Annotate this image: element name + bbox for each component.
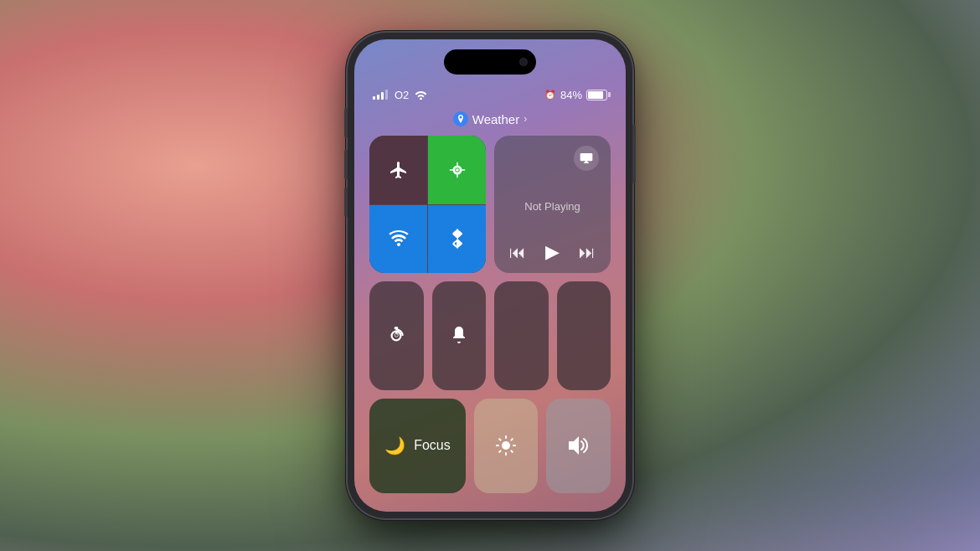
moon-icon: 🌙 (384, 435, 405, 456)
battery-fill (588, 91, 603, 99)
phone-outer: O2 ⏰ 84% (348, 33, 632, 518)
svg-line-24 (512, 440, 513, 440)
control-button-4[interactable] (557, 281, 611, 389)
rewind-button[interactable]: ⏮ (509, 243, 526, 262)
now-playing-label: Not Playing (506, 200, 599, 213)
bluetooth-button[interactable] (428, 205, 486, 274)
media-top (506, 146, 599, 171)
play-button[interactable]: ▶ (545, 241, 560, 263)
dynamic-island (444, 49, 536, 75)
svg-point-16 (502, 441, 510, 450)
svg-marker-25 (569, 436, 579, 455)
focus-label: Focus (414, 438, 451, 453)
location-icon (453, 111, 468, 126)
front-camera (519, 58, 528, 66)
control-button-3[interactable] (494, 281, 549, 389)
svg-line-19 (499, 440, 500, 440)
status-right: ⏰ 84% (544, 89, 607, 101)
brightness-button[interactable] (474, 399, 539, 493)
carrier-label: O2 (395, 89, 409, 101)
connectivity-block (369, 136, 486, 273)
signal-bar-4 (385, 90, 388, 100)
control-center: Not Playing ⏮ ▶ ⏭ (369, 136, 611, 493)
media-controls: ⏮ ▶ ⏭ (506, 241, 599, 263)
svg-point-1 (456, 168, 459, 172)
cellular-data-button[interactable] (428, 136, 486, 204)
weather-chevron: › (524, 113, 527, 125)
silent-mode-button[interactable] (432, 281, 487, 389)
wifi-status-icon (415, 90, 427, 100)
focus-button[interactable]: 🌙 Focus (369, 399, 466, 493)
svg-rect-14 (395, 327, 398, 329)
signal-bar-3 (381, 92, 384, 100)
battery-percent: 84% (560, 89, 582, 101)
status-left: O2 (373, 89, 427, 101)
airplane-mode-button[interactable] (369, 136, 427, 204)
middle-controls-left: ↺ (369, 281, 486, 389)
airplay-button[interactable] (574, 146, 599, 171)
weather-bar[interactable]: Weather › (354, 111, 626, 126)
battery-icon (586, 90, 607, 100)
alarm-icon: ⏰ (544, 90, 556, 100)
media-player-block: Not Playing ⏮ ▶ ⏭ (494, 136, 611, 273)
volume-button[interactable] (546, 399, 611, 493)
signal-bar-2 (377, 95, 379, 100)
bottom-controls: 🌙 Focus (369, 399, 611, 493)
svg-line-23 (499, 451, 500, 452)
middle-controls-right (494, 281, 611, 389)
wifi-button[interactable] (369, 205, 427, 274)
weather-label: Weather (472, 112, 519, 126)
phone-frame: O2 ⏰ 84% (348, 33, 632, 518)
svg-line-20 (512, 451, 513, 452)
phone-screen: O2 ⏰ 84% (354, 39, 626, 512)
status-bar: O2 ⏰ 84% (354, 83, 626, 106)
signal-bar-1 (373, 96, 375, 100)
svg-text:↺: ↺ (394, 332, 400, 339)
fast-forward-button[interactable]: ⏭ (579, 243, 596, 262)
rotation-lock-button[interactable]: ↺ (369, 281, 424, 389)
signal-bars (373, 90, 388, 100)
